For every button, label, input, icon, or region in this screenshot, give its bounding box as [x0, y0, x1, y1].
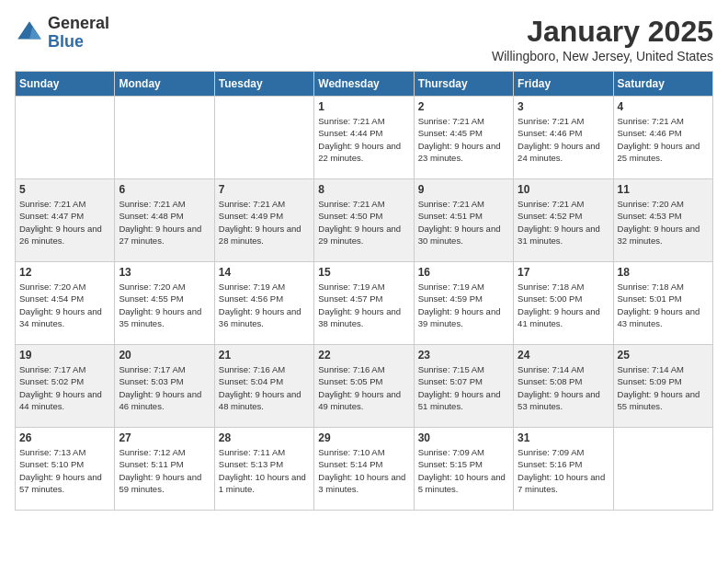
calendar-week-row: 1Sunrise: 7:21 AM Sunset: 4:44 PM Daylig… — [16, 97, 713, 179]
column-header-sunday: Sunday — [16, 72, 115, 97]
day-info: Sunrise: 7:21 AM Sunset: 4:46 PM Dayligh… — [518, 115, 609, 164]
logo: General Blue — [15, 15, 109, 52]
calendar-day-cell — [115, 97, 214, 179]
calendar-day-cell: 23Sunrise: 7:15 AM Sunset: 5:07 PM Dayli… — [414, 345, 513, 428]
day-info: Sunrise: 7:21 AM Sunset: 4:52 PM Dayligh… — [518, 198, 609, 247]
day-info: Sunrise: 7:21 AM Sunset: 4:44 PM Dayligh… — [318, 115, 409, 164]
calendar-day-cell: 16Sunrise: 7:19 AM Sunset: 4:59 PM Dayli… — [414, 262, 513, 345]
calendar-day-cell: 10Sunrise: 7:21 AM Sunset: 4:52 PM Dayli… — [514, 179, 613, 262]
day-info: Sunrise: 7:21 AM Sunset: 4:50 PM Dayligh… — [318, 198, 409, 247]
calendar-day-cell: 5Sunrise: 7:21 AM Sunset: 4:47 PM Daylig… — [16, 179, 115, 262]
month-title: January 2025 — [492, 15, 713, 49]
day-info: Sunrise: 7:19 AM Sunset: 4:59 PM Dayligh… — [418, 281, 509, 329]
day-info: Sunrise: 7:15 AM Sunset: 5:07 PM Dayligh… — [418, 363, 509, 412]
logo-blue-text: Blue — [48, 33, 109, 52]
day-number: 1 — [318, 100, 409, 113]
day-number: 18 — [618, 266, 709, 279]
day-number: 23 — [418, 349, 509, 362]
day-info: Sunrise: 7:14 AM Sunset: 5:08 PM Dayligh… — [518, 363, 609, 412]
day-number: 9 — [418, 183, 509, 196]
day-number: 30 — [418, 431, 509, 444]
day-info: Sunrise: 7:17 AM Sunset: 5:02 PM Dayligh… — [19, 363, 110, 412]
day-info: Sunrise: 7:21 AM Sunset: 4:46 PM Dayligh… — [618, 115, 709, 164]
day-info: Sunrise: 7:19 AM Sunset: 4:57 PM Dayligh… — [318, 281, 409, 329]
column-header-tuesday: Tuesday — [214, 72, 313, 97]
day-number: 15 — [318, 266, 409, 279]
day-number: 21 — [219, 349, 310, 362]
location-text: Willingboro, New Jersey, United States — [492, 49, 713, 63]
day-info: Sunrise: 7:21 AM Sunset: 4:45 PM Dayligh… — [418, 115, 509, 164]
day-number: 10 — [518, 183, 609, 196]
day-info: Sunrise: 7:14 AM Sunset: 5:09 PM Dayligh… — [618, 363, 709, 412]
day-number: 17 — [518, 266, 609, 279]
calendar-day-cell: 7Sunrise: 7:21 AM Sunset: 4:49 PM Daylig… — [214, 179, 313, 262]
logo-general-text: General — [48, 15, 109, 33]
calendar-day-cell: 19Sunrise: 7:17 AM Sunset: 5:02 PM Dayli… — [16, 345, 115, 428]
day-number: 26 — [19, 431, 110, 444]
calendar-day-cell: 27Sunrise: 7:12 AM Sunset: 5:11 PM Dayli… — [115, 428, 214, 511]
calendar-day-cell: 20Sunrise: 7:17 AM Sunset: 5:03 PM Dayli… — [115, 345, 214, 428]
day-info: Sunrise: 7:09 AM Sunset: 5:15 PM Dayligh… — [418, 446, 509, 495]
calendar-day-cell: 25Sunrise: 7:14 AM Sunset: 5:09 PM Dayli… — [613, 345, 712, 428]
calendar-day-cell: 15Sunrise: 7:19 AM Sunset: 4:57 PM Dayli… — [314, 262, 414, 345]
day-number: 13 — [119, 266, 210, 279]
day-number: 5 — [19, 183, 110, 196]
day-info: Sunrise: 7:20 AM Sunset: 4:53 PM Dayligh… — [618, 198, 709, 247]
day-info: Sunrise: 7:16 AM Sunset: 5:05 PM Dayligh… — [318, 363, 409, 412]
column-header-wednesday: Wednesday — [314, 72, 414, 97]
day-number: 2 — [418, 100, 509, 113]
calendar-header-row: SundayMondayTuesdayWednesdayThursdayFrid… — [16, 72, 713, 97]
day-info: Sunrise: 7:19 AM Sunset: 4:56 PM Dayligh… — [219, 281, 310, 329]
calendar-day-cell — [16, 97, 115, 179]
calendar-day-cell: 22Sunrise: 7:16 AM Sunset: 5:05 PM Dayli… — [314, 345, 414, 428]
logo-icon — [15, 18, 44, 48]
day-info: Sunrise: 7:18 AM Sunset: 5:00 PM Dayligh… — [518, 281, 609, 329]
calendar-day-cell: 11Sunrise: 7:20 AM Sunset: 4:53 PM Dayli… — [613, 179, 712, 262]
calendar-day-cell: 14Sunrise: 7:19 AM Sunset: 4:56 PM Dayli… — [214, 262, 313, 345]
day-info: Sunrise: 7:16 AM Sunset: 5:04 PM Dayligh… — [219, 363, 310, 412]
calendar-day-cell: 12Sunrise: 7:20 AM Sunset: 4:54 PM Dayli… — [16, 262, 115, 345]
day-number: 22 — [318, 349, 409, 362]
calendar-day-cell: 4Sunrise: 7:21 AM Sunset: 4:46 PM Daylig… — [613, 97, 712, 179]
calendar-day-cell — [214, 97, 313, 179]
day-info: Sunrise: 7:10 AM Sunset: 5:14 PM Dayligh… — [318, 446, 409, 495]
day-number: 3 — [518, 100, 609, 113]
day-number: 28 — [219, 431, 310, 444]
day-number: 20 — [119, 349, 210, 362]
day-number: 8 — [318, 183, 409, 196]
calendar-day-cell: 30Sunrise: 7:09 AM Sunset: 5:15 PM Dayli… — [414, 428, 513, 511]
column-header-thursday: Thursday — [414, 72, 513, 97]
calendar-day-cell: 17Sunrise: 7:18 AM Sunset: 5:00 PM Dayli… — [514, 262, 613, 345]
day-number: 4 — [618, 100, 709, 113]
day-number: 14 — [219, 266, 310, 279]
day-number: 6 — [119, 183, 210, 196]
column-header-monday: Monday — [115, 72, 214, 97]
calendar-day-cell: 24Sunrise: 7:14 AM Sunset: 5:08 PM Dayli… — [514, 345, 613, 428]
column-header-friday: Friday — [514, 72, 613, 97]
calendar-day-cell: 2Sunrise: 7:21 AM Sunset: 4:45 PM Daylig… — [414, 97, 513, 179]
day-number: 29 — [318, 431, 409, 444]
day-number: 11 — [618, 183, 709, 196]
day-number: 19 — [19, 349, 110, 362]
day-info: Sunrise: 7:21 AM Sunset: 4:47 PM Dayligh… — [19, 198, 110, 247]
calendar-day-cell: 9Sunrise: 7:21 AM Sunset: 4:51 PM Daylig… — [414, 179, 513, 262]
calendar-day-cell: 8Sunrise: 7:21 AM Sunset: 4:50 PM Daylig… — [314, 179, 414, 262]
day-number: 25 — [618, 349, 709, 362]
page-header: General Blue January 2025 Willingboro, N… — [15, 15, 713, 63]
day-number: 16 — [418, 266, 509, 279]
day-info: Sunrise: 7:11 AM Sunset: 5:13 PM Dayligh… — [219, 446, 310, 495]
day-info: Sunrise: 7:21 AM Sunset: 4:51 PM Dayligh… — [418, 198, 509, 247]
day-info: Sunrise: 7:20 AM Sunset: 4:55 PM Dayligh… — [119, 281, 210, 329]
calendar-day-cell: 26Sunrise: 7:13 AM Sunset: 5:10 PM Dayli… — [16, 428, 115, 511]
day-info: Sunrise: 7:21 AM Sunset: 4:49 PM Dayligh… — [219, 198, 310, 247]
calendar-day-cell — [613, 428, 712, 511]
calendar-day-cell: 18Sunrise: 7:18 AM Sunset: 5:01 PM Dayli… — [613, 262, 712, 345]
day-number: 12 — [19, 266, 110, 279]
day-number: 27 — [119, 431, 210, 444]
calendar-week-row: 26Sunrise: 7:13 AM Sunset: 5:10 PM Dayli… — [16, 428, 713, 511]
calendar-week-row: 12Sunrise: 7:20 AM Sunset: 4:54 PM Dayli… — [16, 262, 713, 345]
day-number: 31 — [518, 431, 609, 444]
day-info: Sunrise: 7:12 AM Sunset: 5:11 PM Dayligh… — [119, 446, 210, 495]
day-info: Sunrise: 7:20 AM Sunset: 4:54 PM Dayligh… — [19, 281, 110, 329]
day-info: Sunrise: 7:17 AM Sunset: 5:03 PM Dayligh… — [119, 363, 210, 412]
